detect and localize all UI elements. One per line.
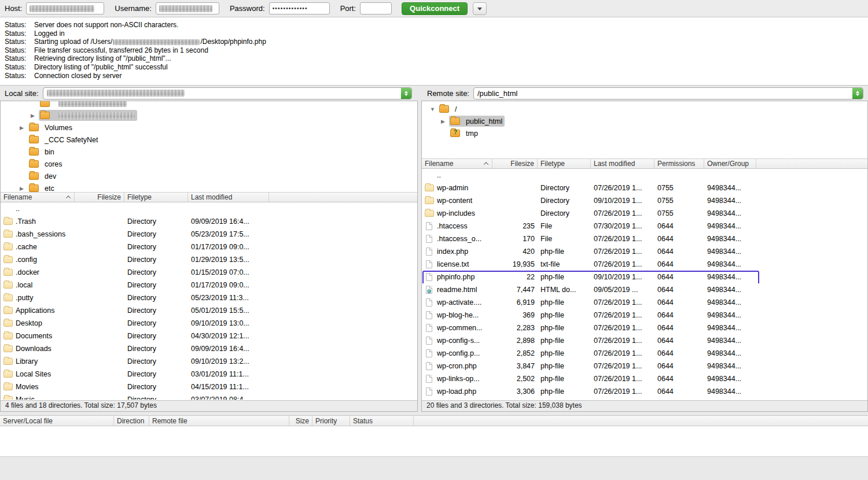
port-input[interactable] — [360, 2, 392, 14]
file-type-icon — [426, 248, 432, 256]
file-row[interactable]: .putty Directory 05/23/2019 11:3... — [1, 291, 417, 304]
column-header-size[interactable]: Size — [289, 416, 312, 426]
file-row[interactable]: .htaccess 235 File 07/30/2019 1... 0644 … — [422, 220, 867, 232]
combo-popup-icon[interactable] — [852, 88, 863, 99]
tree-item[interactable]: _CCC SafetyNet — [1, 134, 417, 146]
file-type: Directory — [124, 342, 188, 355]
tree-item[interactable]: ▶ — [1, 109, 417, 121]
column-header-server-local-file[interactable]: Server/Local file — [0, 416, 114, 426]
column-header-filesize[interactable]: Filesize — [492, 159, 538, 168]
disclosure-arrow-icon[interactable]: ▶ — [20, 186, 28, 191]
tree-item[interactable]: ▼ / — [422, 103, 867, 115]
file-modified: 07/26/2019 1... — [591, 372, 654, 385]
column-header-direction[interactable]: Direction — [114, 416, 149, 426]
file-row[interactable]: .bash_sessions Directory 05/23/2019 17:5… — [1, 228, 417, 241]
file-row[interactable]: wp-commen... 2,283 php-file 07/26/2019 1… — [422, 322, 867, 334]
column-header-filename[interactable]: Filename — [1, 193, 75, 202]
disclosure-arrow-icon[interactable]: ▶ — [441, 119, 449, 124]
file-modified: 07/26/2019 1... — [591, 322, 654, 334]
file-row[interactable]: wp-admin Directory 07/26/2019 1... 0755 … — [422, 182, 867, 194]
file-row[interactable]: phpinfo.php 22 php-file 09/10/2019 1... … — [422, 271, 867, 283]
file-row[interactable]: wp-load.php 3,306 php-file 07/26/2019 1.… — [422, 385, 867, 398]
file-permissions: 0644 — [654, 245, 704, 258]
tree-item[interactable]: tmp — [422, 127, 867, 139]
disclosure-arrow-icon[interactable]: ▶ — [31, 113, 39, 119]
tree-item[interactable]: bin — [1, 146, 417, 158]
file-row[interactable]: .Trash Directory 09/09/2019 16:4... — [1, 215, 417, 228]
file-permissions: 0644 — [654, 220, 704, 232]
file-row[interactable]: wp-links-op... 2,502 php-file 07/26/2019… — [422, 372, 867, 385]
redacted-username-value — [159, 5, 212, 12]
file-modified: 07/26/2019 1... — [591, 232, 654, 245]
file-row[interactable]: wp-cron.php 3,847 php-file 07/26/2019 1.… — [422, 360, 867, 372]
file-row[interactable]: Music Directory 03/07/2019 08:4... — [1, 393, 417, 400]
file-row[interactable]: wp-config-s... 2,898 php-file 07/26/2019… — [422, 334, 867, 347]
file-type-icon — [426, 375, 432, 383]
combo-popup-icon[interactable] — [401, 88, 411, 99]
file-row[interactable]: .docker Directory 01/15/2019 07:0... — [1, 266, 417, 279]
column-header-last-modified[interactable]: Last modified — [188, 193, 269, 202]
host-input[interactable] — [26, 2, 104, 14]
file-modified: 05/23/2019 11:3... — [188, 291, 269, 304]
column-header-permissions[interactable]: Permissions — [654, 159, 704, 168]
file-row[interactable]: index.php 420 php-file 07/26/2019 1... 0… — [422, 245, 867, 258]
file-row[interactable]: Library Directory 09/10/2019 13:2... — [1, 355, 417, 368]
tree-item[interactable]: ▶ etc — [1, 182, 417, 192]
quickconnect-dropdown-button[interactable] — [473, 2, 487, 15]
file-row[interactable]: license.txt 19,935 txt-file 07/26/2019 1… — [422, 258, 867, 271]
column-header-owner-group[interactable]: Owner/Group — [704, 159, 756, 168]
tree-item[interactable] — [1, 101, 417, 109]
column-header-filetype[interactable]: Filetype — [124, 193, 188, 202]
file-row[interactable]: .config Directory 01/29/2019 13:5... — [1, 253, 417, 266]
username-input[interactable] — [156, 2, 219, 14]
file-modified: 07/26/2019 1... — [591, 296, 654, 309]
disclosure-arrow-icon[interactable]: ▶ — [20, 125, 28, 131]
file-row[interactable]: wp-activate.... 6,919 php-file 07/26/201… — [422, 296, 867, 309]
disclosure-arrow-icon[interactable]: ▼ — [430, 106, 438, 112]
file-row[interactable]: Local Sites Directory 03/01/2019 11:1... — [1, 368, 417, 381]
column-header-remote-file[interactable]: Remote file — [149, 416, 289, 426]
tree-item[interactable]: cores — [1, 158, 417, 170]
file-size — [75, 304, 124, 317]
file-row[interactable]: wp-blog-he... 369 php-file 07/26/2019 1.… — [422, 309, 867, 322]
file-row[interactable]: readme.html 7,447 HTML do... 09/05/2019 … — [422, 283, 867, 296]
column-header-filesize[interactable]: Filesize — [75, 193, 124, 202]
file-row[interactable]: Desktop Directory 09/10/2019 13:0... — [1, 317, 417, 330]
file-row[interactable]: wp-config.p... 2,852 php-file 07/26/2019… — [422, 347, 867, 360]
file-permissions: 0755 — [654, 207, 704, 220]
status-label: Status: — [0, 72, 34, 80]
file-row[interactable]: .. — [422, 169, 867, 182]
file-row[interactable]: .cache Directory 01/17/2019 09:0... — [1, 241, 417, 253]
file-row[interactable]: wp-includes Directory 07/26/2019 1... 07… — [422, 207, 867, 220]
file-type: Directory — [124, 330, 188, 342]
file-row[interactable]: Documents Directory 04/30/2019 12:1... — [1, 330, 417, 342]
file-row[interactable]: .. — [1, 202, 417, 215]
file-row[interactable]: .local Directory 01/17/2019 09:0... — [1, 279, 417, 291]
file-name: Music — [16, 393, 35, 400]
file-row[interactable]: Applications Directory 05/01/2019 15:5..… — [1, 304, 417, 317]
folder-icon — [29, 136, 39, 143]
column-header-last-modified[interactable]: Last modified — [591, 159, 654, 168]
remote-pane: ▼ / ▶ public_html — [421, 101, 868, 412]
file-type-icon — [3, 333, 13, 339]
column-header-status[interactable]: Status — [350, 416, 414, 426]
file-row[interactable]: .htaccess_o... 170 File 07/26/2019 1... … — [422, 232, 867, 245]
column-header-filetype[interactable]: Filetype — [538, 159, 591, 168]
tree-item[interactable]: ▶ Volumes — [1, 121, 417, 134]
password-input[interactable]: ••••••••••••• — [269, 2, 330, 14]
file-row[interactable]: Downloads Directory 09/09/2019 16:4... — [1, 342, 417, 355]
quickconnect-button[interactable]: Quickconnect — [402, 2, 468, 15]
file-row[interactable]: wp-content Directory 09/10/2019 1... 075… — [422, 194, 867, 207]
column-header-filename[interactable]: Filename — [422, 159, 492, 168]
status-log: Status: Server does not support non-ASCI… — [0, 17, 868, 86]
local-site-combo[interactable] — [43, 87, 412, 99]
remote-site-combo[interactable]: /public_html — [473, 87, 863, 99]
queue-list-empty[interactable] — [0, 426, 868, 457]
file-type — [538, 169, 591, 182]
file-row[interactable]: Movies Directory 04/15/2019 11:1... — [1, 381, 417, 393]
tree-item[interactable]: ▶ public_html — [422, 115, 867, 127]
tree-item[interactable]: dev — [1, 170, 417, 182]
host-label: Host: — [5, 4, 22, 13]
column-header-priority[interactable]: Priority — [312, 416, 350, 426]
file-permissions: 0644 — [654, 309, 704, 322]
